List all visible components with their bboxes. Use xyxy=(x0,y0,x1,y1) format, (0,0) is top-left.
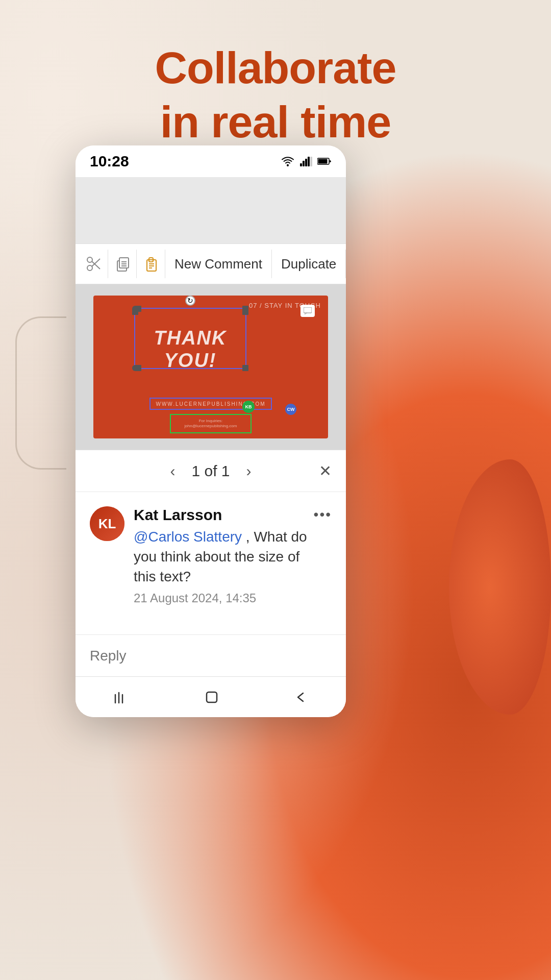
svg-rect-3 xyxy=(305,159,307,166)
svg-rect-7 xyxy=(318,159,328,164)
comment-user-row: KL Kat Larsson @Carlos Slattery , What d… xyxy=(90,506,314,605)
comment-username: Kat Larsson xyxy=(134,506,314,524)
pagination-text: 1 of 1 xyxy=(191,462,230,480)
canvas-area[interactable]: 07 / STAY IN TOUCH ↻ xyxy=(76,284,346,450)
mention-text[interactable]: @Carlos Slattery xyxy=(134,529,242,545)
reply-bar xyxy=(76,634,346,676)
main-heading: Collaborate in real time xyxy=(0,41,551,149)
cw-avatar: CW xyxy=(285,404,296,415)
scissors-icon xyxy=(86,256,102,272)
svg-rect-1 xyxy=(300,163,302,166)
svg-rect-2 xyxy=(303,161,305,166)
avatar-initials: KL xyxy=(90,506,124,541)
svg-rect-4 xyxy=(308,157,310,166)
comment-panel: KL Kat Larsson @Carlos Slattery , What d… xyxy=(76,492,346,634)
handle-mr[interactable] xyxy=(242,309,248,315)
cut-button[interactable] xyxy=(80,250,108,278)
svg-point-9 xyxy=(87,257,92,262)
comment-header: KL Kat Larsson @Carlos Slattery , What d… xyxy=(90,506,332,605)
battery-icon xyxy=(317,157,332,165)
phone-frame: 10:28 xyxy=(76,145,346,717)
duplicate-button[interactable]: Duplicate xyxy=(272,250,346,278)
paste-icon xyxy=(143,256,159,272)
status-bar: 10:28 xyxy=(76,145,346,177)
comment-text: @Carlos Slattery , What do you think abo… xyxy=(134,527,314,587)
toolbar: New Comment Duplicate Delete xyxy=(76,243,346,284)
status-icons xyxy=(281,156,332,167)
home-icon xyxy=(204,689,220,705)
pagination-bar: ‹ 1 of 1 › ✕ xyxy=(76,450,346,492)
gray-area-top xyxy=(76,177,346,243)
recent-apps-icon xyxy=(112,690,131,705)
new-comment-button[interactable]: New Comment xyxy=(165,250,272,278)
thank-you-text: THANK YOU! xyxy=(139,327,241,372)
handle-br[interactable] xyxy=(242,365,248,371)
copy-button[interactable] xyxy=(108,250,137,278)
close-button[interactable]: ✕ xyxy=(319,462,332,480)
svg-point-0 xyxy=(287,164,289,166)
signal-icon xyxy=(300,156,312,166)
home-button[interactable] xyxy=(204,689,220,705)
reply-input[interactable] xyxy=(90,648,332,664)
lamp-decoration xyxy=(15,316,66,470)
prev-page-button[interactable]: ‹ xyxy=(170,462,175,480)
copy-icon xyxy=(114,256,131,272)
selection-box: ↻ THANK YOU! xyxy=(134,308,246,369)
recent-apps-button[interactable] xyxy=(112,690,131,705)
more-options-button[interactable]: ••• xyxy=(314,506,332,523)
kb-avatar: KB xyxy=(242,401,255,413)
email-label: For Inquiries: john@lucernepublishing.co… xyxy=(185,419,237,429)
handle-ml[interactable] xyxy=(132,309,138,315)
back-icon xyxy=(293,689,309,705)
status-time: 10:28 xyxy=(90,153,129,170)
svg-point-8 xyxy=(87,265,92,271)
chat-icon xyxy=(304,307,312,314)
rotate-handle[interactable]: ↻ xyxy=(185,296,195,306)
svg-rect-26 xyxy=(207,692,217,702)
comment-bubble-icon[interactable] xyxy=(300,305,315,317)
wifi-icon xyxy=(281,156,295,167)
heading-line1: Collaborate xyxy=(0,41,551,95)
design-slide: 07 / STAY IN TOUCH ↻ xyxy=(93,296,328,438)
heading-line2: in real time xyxy=(0,95,551,149)
bottom-nav xyxy=(76,676,346,717)
comment-content: Kat Larsson @Carlos Slattery , What do y… xyxy=(134,506,314,605)
avatar: KL xyxy=(90,506,124,541)
comment-date: 21 August 2024, 14:35 xyxy=(134,591,314,605)
svg-rect-22 xyxy=(304,307,312,313)
paste-button[interactable] xyxy=(137,250,165,278)
next-page-button[interactable]: › xyxy=(246,462,252,480)
back-button[interactable] xyxy=(293,689,309,705)
svg-rect-5 xyxy=(310,157,312,166)
email-box: KB For Inquiries: john@lucernepublishing… xyxy=(170,414,252,433)
